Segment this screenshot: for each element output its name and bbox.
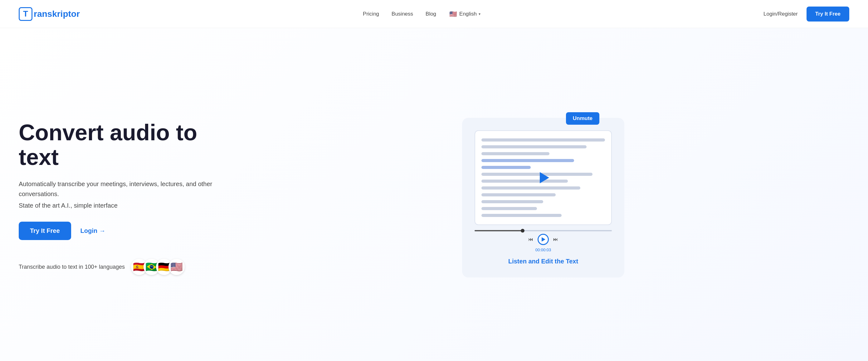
- hero-buttons: Try It Free Login →: [19, 222, 225, 240]
- control-buttons: ⏮ ⏭: [528, 234, 558, 245]
- text-line-1: [482, 138, 605, 141]
- play-pause-button[interactable]: [537, 234, 549, 245]
- text-line-9: [482, 193, 556, 196]
- language-flag: 🇺🇸: [449, 10, 457, 19]
- flag-usa: 🇺🇸: [168, 259, 185, 275]
- nav-business[interactable]: Business: [392, 11, 413, 17]
- nav-pricing[interactable]: Pricing: [363, 11, 379, 17]
- text-line-11: [482, 207, 537, 210]
- try-free-nav-button[interactable]: Try It Free: [807, 6, 849, 22]
- transcript-box: [474, 130, 612, 225]
- login-register-link[interactable]: Login/Register: [764, 11, 798, 17]
- try-free-hero-button[interactable]: Try It Free: [19, 222, 71, 240]
- audio-bar-filled: [474, 230, 523, 231]
- text-line-3: [482, 152, 550, 155]
- logo-icon: T: [19, 7, 32, 21]
- listen-edit-text: Listen and Edit the Text: [474, 258, 612, 265]
- play-icon: [540, 172, 549, 183]
- nav-links: Pricing Business Blog 🇺🇸 English ▾: [363, 10, 480, 19]
- play-triangle-icon: [541, 237, 546, 241]
- audio-progress-bar[interactable]: [474, 230, 612, 231]
- languages-row: Transcribe audio to text in 100+ languag…: [19, 259, 225, 275]
- text-line-4: [482, 159, 574, 162]
- hero-description-1: Automatically transcribe your meetings, …: [19, 179, 225, 199]
- audio-bar-thumb: [521, 229, 525, 233]
- nav-blog[interactable]: Blog: [426, 11, 436, 17]
- flag-circles: 🇪🇸 🇧🇷 🇩🇪 🇺🇸: [131, 259, 185, 275]
- navbar: T ranskriptor Pricing Business Blog 🇺🇸 E…: [0, 0, 868, 28]
- demo-container: Unmute: [462, 118, 624, 277]
- text-line-5: [482, 166, 531, 169]
- logo[interactable]: T ranskriptor: [19, 7, 80, 21]
- text-line-8: [482, 187, 580, 190]
- text-line-6: [482, 173, 592, 176]
- rewind-button[interactable]: ⏮: [528, 237, 533, 242]
- hero-description-2: State of the art A.I., simple interface: [19, 202, 225, 209]
- hero-right: Unmute: [237, 118, 849, 277]
- logo-text: ranskriptor: [34, 9, 80, 19]
- language-selector[interactable]: 🇺🇸 English ▾: [449, 10, 480, 19]
- login-link[interactable]: Login →: [81, 227, 105, 234]
- hero-section: Convert audio to text Automatically tran…: [0, 28, 868, 361]
- hero-left: Convert audio to text Automatically tran…: [19, 120, 237, 275]
- fast-forward-button[interactable]: ⏭: [553, 237, 558, 242]
- text-line-7: [482, 179, 568, 183]
- languages-text: Transcribe audio to text in 100+ languag…: [19, 264, 125, 270]
- text-line-12: [482, 214, 562, 217]
- text-line-2: [482, 145, 587, 149]
- unmute-button[interactable]: Unmute: [566, 112, 599, 125]
- hero-title: Convert audio to text: [19, 120, 225, 170]
- chevron-down-icon: ▾: [478, 12, 480, 16]
- timestamp: 00:00:03: [535, 248, 551, 252]
- language-label: English: [459, 11, 477, 17]
- text-line-10: [482, 200, 543, 203]
- nav-right: Login/Register Try It Free: [764, 6, 849, 22]
- audio-controls: ⏮ ⏭ 00:00:03: [474, 230, 612, 252]
